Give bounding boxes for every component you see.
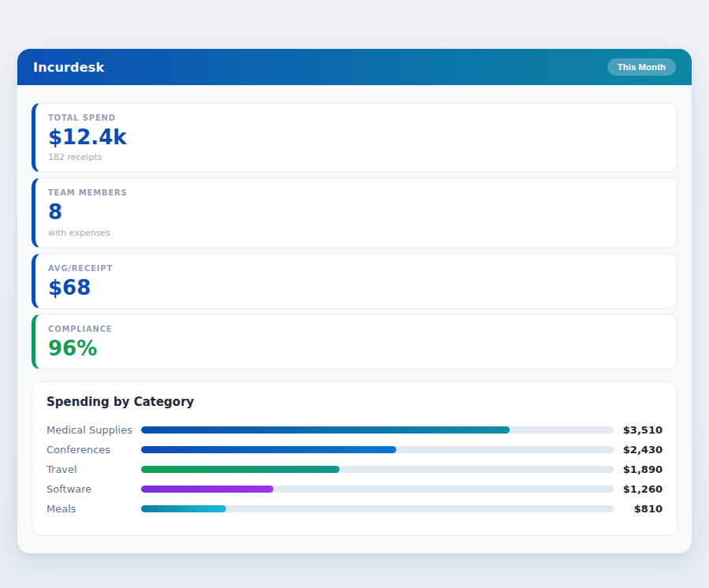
page-background: { "header": { "title": "Incurdesk", "bad… bbox=[0, 0, 709, 588]
category-label: Meals bbox=[46, 503, 141, 515]
dashboard-card: Incurdesk This Month TOTAL SPEND $12.4k … bbox=[17, 49, 692, 553]
bar-track bbox=[141, 426, 614, 434]
stat-subtext: with expenses bbox=[48, 228, 663, 238]
bar-track bbox=[141, 466, 614, 473]
period-badge[interactable]: This Month bbox=[607, 58, 676, 76]
app-title: Incurdesk bbox=[33, 60, 104, 75]
chart-row: Medical Supplies $3,510 bbox=[46, 420, 663, 440]
category-value: $810 bbox=[614, 503, 663, 515]
stat-card: AVG/RECEIPT $68 bbox=[32, 253, 677, 309]
stat-value: 8 bbox=[48, 202, 663, 223]
stat-subtext: 182 receipts bbox=[48, 152, 663, 162]
category-label: Software bbox=[46, 483, 141, 495]
stat-label: TOTAL SPEND bbox=[48, 114, 663, 122]
bar-fill bbox=[141, 486, 273, 493]
stat-card: COMPLIANCE 96% bbox=[32, 314, 677, 370]
chart-row: Meals $810 bbox=[46, 499, 663, 519]
bar-track bbox=[141, 505, 614, 512]
bar-track bbox=[141, 446, 614, 453]
chart-row: Conferences $2,430 bbox=[46, 440, 663, 460]
bar-fill bbox=[141, 426, 510, 434]
stat-label: AVG/RECEIPT bbox=[48, 264, 663, 273]
stat-label: COMPLIANCE bbox=[48, 325, 663, 333]
chart-title: Spending by Category bbox=[46, 395, 663, 409]
category-label: Travel bbox=[46, 463, 141, 475]
category-value: $3,510 bbox=[614, 424, 663, 436]
stat-card: TEAM MEMBERS 8 with expenses bbox=[32, 177, 677, 247]
bar-track bbox=[141, 486, 614, 493]
dashboard-body: TOTAL SPEND $12.4k 182 receipts TEAM MEM… bbox=[17, 85, 692, 553]
stat-value: $68 bbox=[48, 277, 663, 299]
app-header: Incurdesk This Month bbox=[17, 49, 692, 85]
category-label: Medical Supplies bbox=[46, 424, 141, 436]
category-value: $1,260 bbox=[614, 483, 663, 495]
stat-value: 96% bbox=[48, 338, 663, 359]
chart-rows: Medical Supplies $3,510 Conferences $2,4… bbox=[46, 420, 663, 519]
bar-fill bbox=[141, 466, 340, 473]
chart-row: Software $1,260 bbox=[46, 479, 663, 499]
stat-label: TEAM MEMBERS bbox=[48, 188, 663, 197]
bar-fill bbox=[141, 505, 226, 512]
stats-list: TOTAL SPEND $12.4k 182 receipts TEAM MEM… bbox=[32, 102, 677, 370]
category-value: $1,890 bbox=[614, 463, 663, 475]
chart-row: Travel $1,890 bbox=[46, 460, 663, 479]
bar-fill bbox=[141, 446, 396, 453]
stat-card: TOTAL SPEND $12.4k 182 receipts bbox=[32, 102, 677, 173]
category-label: Conferences bbox=[46, 444, 141, 456]
stat-value: $12.4k bbox=[48, 127, 663, 148]
category-value: $2,430 bbox=[614, 444, 663, 456]
spending-chart-card: Spending by Category Medical Supplies $3… bbox=[32, 381, 677, 536]
